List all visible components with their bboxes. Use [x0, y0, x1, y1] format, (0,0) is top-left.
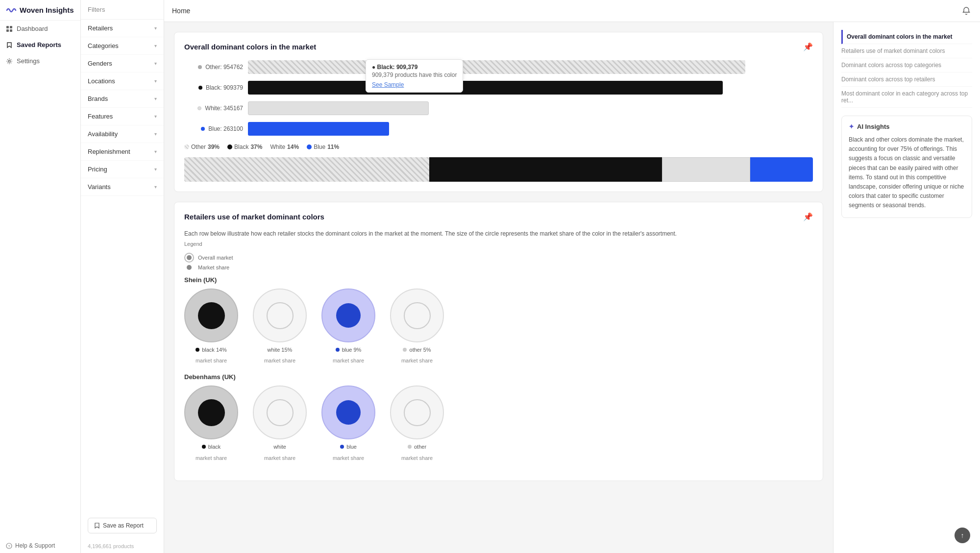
right-nav-most-dominant[interactable]: Most dominant color in each category acr…: [841, 87, 972, 108]
color-chart: Other: 954762 Black: 909379: [184, 59, 813, 137]
chart-legend: Other 39% Black 37% White 14% Blue: [184, 144, 813, 150]
filter-pricing[interactable]: Pricing ▾: [81, 161, 164, 178]
bubble-label: black: [202, 443, 221, 451]
svg-rect-1: [10, 26, 12, 28]
legend-title: Legend: [184, 241, 813, 247]
app-name: Woven Insights: [20, 6, 74, 14]
market-share-label: market share: [401, 455, 433, 461]
bubbles-row-debenhams: black market share white market share: [184, 385, 813, 460]
bubble-other-debenhams: other market share: [390, 385, 444, 460]
tooltip-sub: 909,379 products have this color: [372, 72, 457, 78]
card-header: Overall dominant colors in the market 📌: [184, 42, 813, 51]
sidebar-item-dashboard[interactable]: Dashboard: [0, 21, 80, 37]
pin-button-2[interactable]: 📌: [803, 212, 813, 221]
filter-genders[interactable]: Genders ▾: [81, 55, 164, 72]
notification-button[interactable]: [960, 5, 972, 17]
chevron-down-icon: ▾: [154, 149, 157, 154]
bar-black: [248, 81, 723, 95]
chevron-down-icon: ▾: [154, 184, 157, 190]
color-row-black: Black: 909379: [184, 80, 813, 96]
filter-replenishment[interactable]: Replenishment ▾: [81, 143, 164, 161]
sidebar-item-label: Settings: [17, 57, 40, 65]
bubble-inner: [267, 302, 294, 329]
bubble-white-shein: white 15% market share: [253, 289, 307, 363]
retailer-shein: Shein (UK) black 14% market share: [184, 276, 813, 363]
bubble-outer: [321, 385, 375, 439]
filter-categories[interactable]: Categories ▾: [81, 37, 164, 55]
ai-insights-title: AI Insights: [857, 123, 889, 130]
color-label-blue: Blue: 263100: [184, 125, 243, 132]
market-share-label: market share: [264, 455, 295, 461]
combined-seg-blue: [750, 157, 813, 182]
bubble-label: white: [273, 443, 286, 451]
combined-bar: [184, 157, 813, 182]
bubble-outer: [184, 385, 238, 439]
market-share-label: market share: [196, 358, 227, 363]
bubble-black-debenhams: black market share: [184, 385, 238, 460]
chevron-down-icon: ▾: [154, 96, 157, 101]
color-row-white: White: 345167: [184, 100, 813, 116]
color-bar-container: [248, 100, 813, 116]
filter-retailers[interactable]: Retailers ▾: [81, 20, 164, 37]
filter-features[interactable]: Features ▾: [81, 108, 164, 125]
filter-variants[interactable]: Variants ▾: [81, 178, 164, 196]
see-sample-link[interactable]: See Sample: [372, 81, 404, 88]
color-label-black: Black: 909379: [184, 84, 243, 91]
filter-brands[interactable]: Brands ▾: [81, 90, 164, 108]
bookmark-small-icon: [94, 523, 100, 529]
filter-availability[interactable]: Availability ▾: [81, 125, 164, 143]
card2-header: Retailers use of market dominant colors …: [184, 212, 813, 221]
bubble-black-shein: black 14% market share: [184, 289, 238, 363]
content-area: Overall dominant colors in the market 📌 …: [164, 22, 980, 553]
top-bar: Home: [164, 0, 980, 22]
bubble-outer: [184, 289, 238, 342]
chevron-down-icon: ▾: [154, 114, 157, 119]
help-support-link[interactable]: ? Help & Support: [0, 538, 80, 553]
help-support-label: Help & Support: [15, 542, 55, 549]
right-nav-overall[interactable]: Overall dominant colors in the market: [841, 30, 972, 44]
bubble-label: black 14%: [196, 346, 227, 354]
bubble-inner: [267, 399, 294, 426]
right-nav-retailers-use[interactable]: Retailers use of market dominant colors: [841, 44, 972, 58]
tooltip-title: ● Black: 909,379: [372, 64, 457, 71]
sidebar-item-settings[interactable]: Settings: [0, 53, 80, 69]
bubble-inner: [336, 400, 361, 425]
logo-icon: [6, 6, 17, 14]
legend-market-share: Market share: [184, 264, 813, 270]
legend-other: Other 39%: [184, 144, 220, 150]
sidebar-item-label: Dashboard: [17, 25, 48, 32]
home-breadcrumb[interactable]: Home: [172, 7, 190, 15]
sidebar-item-saved-reports[interactable]: Saved Reports: [0, 37, 80, 53]
bubble-inner: [404, 302, 431, 329]
pin-button[interactable]: 📌: [803, 42, 813, 51]
center-panel: Overall dominant colors in the market 📌 …: [164, 22, 833, 553]
card2-title: Retailers use of market dominant colors: [184, 213, 324, 221]
right-nav-top-categories[interactable]: Dominant colors across top categories: [841, 58, 972, 72]
app-logo[interactable]: Woven Insights: [0, 0, 80, 21]
chevron-down-icon: ▾: [154, 25, 157, 31]
combined-seg-white: [662, 157, 750, 182]
filters-panel: Filters Retailers ▾ Categories ▾ Genders…: [81, 0, 164, 553]
bar-white: [248, 101, 429, 115]
bubble-outer: [321, 289, 375, 342]
chevron-down-icon: ▾: [154, 167, 157, 172]
combined-seg-black: [429, 157, 662, 182]
bubble-label: other: [408, 443, 426, 451]
bubble-label: other 5%: [403, 346, 431, 354]
main-content: Home Overall dominant colors in the mark…: [164, 0, 980, 553]
market-share-label: market share: [333, 358, 364, 363]
filter-locations[interactable]: Locations ▾: [81, 72, 164, 90]
gear-icon: [6, 58, 13, 65]
scroll-to-top-button[interactable]: ↑: [955, 528, 970, 543]
legend-overall: Overall market: [184, 253, 813, 263]
save-report-button[interactable]: Save as Report: [88, 518, 157, 533]
bubble-other-shein: other 5% market share: [390, 289, 444, 363]
bookmark-icon: [6, 42, 13, 48]
legend-black: Black 37%: [227, 144, 262, 150]
color-bar-container: [248, 80, 813, 96]
right-nav-top-retailers[interactable]: Dominant colors across top retailers: [841, 72, 972, 87]
market-share-label: market share: [401, 358, 433, 363]
combined-seg-other: [184, 157, 429, 182]
svg-point-4: [8, 60, 10, 62]
chevron-down-icon: ▾: [154, 131, 157, 137]
